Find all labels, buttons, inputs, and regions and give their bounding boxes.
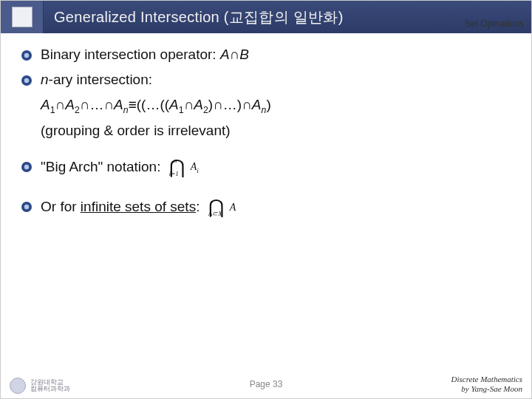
university-name: 강원대학교 컴퓨터과학과	[30, 379, 70, 393]
content-area: Binary intersection operator: A∩B n-ary …	[1, 33, 531, 217]
b4-pre: Or for	[41, 199, 81, 214]
title-bar: Generalized Intersection (교집합의 일반화)	[1, 1, 531, 33]
bullet-3-text: "Big Arch" notation: n ⋂ i=1 Ai	[41, 158, 199, 177]
bigarch-rhs: Ai	[191, 161, 199, 174]
bullet-1-text: Binary intersection operator: A∩B	[41, 47, 249, 63]
svg-point-5	[24, 165, 29, 169]
bigarch-rhs-i: i	[197, 167, 199, 174]
ex-an: A	[114, 97, 123, 112]
b4-post: :	[196, 199, 200, 214]
bigarch-lower: i=1	[169, 164, 179, 183]
ex-a1: A	[41, 97, 50, 112]
ex-a2: A	[65, 97, 75, 112]
title-decor	[1, 1, 44, 33]
grouping-note: (grouping & order is irrelevant)	[41, 123, 512, 139]
bullet-icon	[20, 200, 33, 214]
ex-ra1: A	[169, 97, 179, 112]
inf-lower: A⊂X	[208, 204, 222, 223]
footer-credit: Discrete Mathematics by Yang-Sae Moon	[451, 375, 522, 394]
ex-d: ∩…∩	[80, 97, 114, 112]
ex-ran: A	[252, 97, 262, 112]
credit-line1: Discrete Mathematics	[451, 375, 522, 384]
b2-post: -ary intersection:	[49, 72, 152, 87]
ex-ra2: A	[194, 97, 203, 112]
bigarch-symbol: n ⋂ i=1	[169, 158, 185, 177]
inf-rhs: A	[230, 202, 236, 214]
b4-ul: infinite sets of sets	[81, 199, 196, 214]
ex-rc: ∩	[184, 97, 194, 112]
bullet-icon	[20, 49, 33, 62]
ex-rs2: 2	[203, 105, 208, 115]
b2-ital: n	[41, 72, 49, 87]
bullet-icon	[20, 74, 33, 87]
ex-s1: 1	[50, 105, 55, 115]
slide-root: Generalized Intersection (교집합의 일반화) Set …	[0, 0, 532, 399]
ex-s2: 2	[75, 105, 80, 115]
ex-c1: ∩	[55, 97, 66, 112]
ex-rm: )∩…)∩	[208, 97, 252, 112]
ex-rp: )	[266, 97, 270, 112]
footer: 강원대학교 컴퓨터과학과 Page 33 Discrete Mathematic…	[1, 375, 531, 394]
page-number: Page 33	[250, 379, 283, 389]
footer-left: 강원대학교 컴퓨터과학과	[10, 378, 70, 394]
uni-line2: 컴퓨터과학과	[30, 386, 70, 392]
bigarch-math: n ⋂ i=1 Ai	[169, 158, 199, 177]
expression-line: A1∩A2∩…∩An≡((…((A1∩A2)∩…)∩An)	[41, 97, 512, 115]
university-logo-icon	[10, 378, 26, 394]
inf-symbol: ⋂ A⊂X	[208, 198, 224, 217]
b1-pre: Binary intersection operator:	[41, 47, 220, 62]
svg-point-7	[24, 205, 29, 209]
bigarch-rhs-a: A	[191, 161, 197, 172]
ex-eq: ≡((…((	[129, 97, 169, 112]
section-topic: Set Operations	[465, 18, 524, 29]
ex-rs1: 1	[179, 105, 184, 115]
ex-sn: n	[123, 105, 129, 115]
b1-math: A∩B	[220, 47, 249, 62]
svg-point-1	[24, 53, 29, 58]
bullet-icon	[20, 160, 33, 174]
bullet-item-3: "Big Arch" notation: n ⋂ i=1 Ai	[20, 158, 512, 177]
bullet-item-1: Binary intersection operator: A∩B	[20, 47, 512, 63]
slide-title: Generalized Intersection (교집합의 일반화)	[54, 7, 344, 27]
bullet-item-4: Or for infinite sets of sets: ⋂ A⊂X A	[20, 198, 512, 217]
infinite-math: ⋂ A⊂X A	[208, 198, 236, 217]
bullet-4-text: Or for infinite sets of sets: ⋂ A⊂X A	[41, 198, 236, 217]
title-icon	[12, 7, 33, 27]
bullet-item-2: n-ary intersection:	[20, 72, 512, 88]
svg-point-3	[24, 78, 29, 83]
bullet-2-text: n-ary intersection:	[41, 72, 152, 88]
b3-label: "Big Arch" notation:	[41, 159, 160, 174]
credit-line2: by Yang-Sae Moon	[451, 384, 522, 394]
